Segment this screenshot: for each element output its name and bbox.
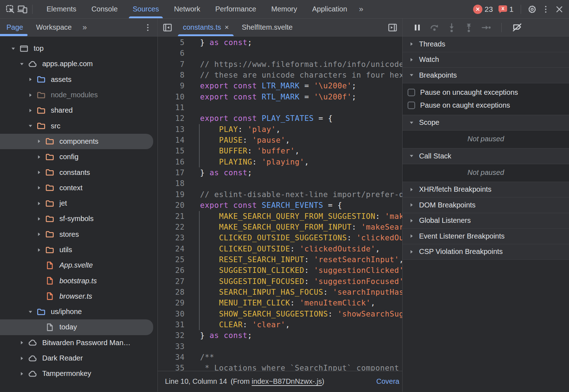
section-header-scope[interactable]: Scope [403, 115, 569, 131]
pause-script-icon[interactable] [412, 22, 423, 33]
section-header-call-stack[interactable]: Call Stack [403, 148, 569, 164]
tree-item-today[interactable]: today [0, 319, 153, 335]
line-number[interactable]: 22 [158, 222, 191, 232]
line-number[interactable]: 31 [158, 319, 191, 330]
coverage-link[interactable]: Covera [376, 377, 399, 386]
line-number[interactable]: 24 [158, 244, 191, 254]
tree-item-bitwarden-password-man-[interactable]: Bitwarden Password Man… [0, 335, 153, 351]
tree-item-app-svelte[interactable]: App.svelte [0, 258, 153, 273]
line-number[interactable]: 32 [158, 330, 191, 341]
tree-item-sf-symbols[interactable]: sf-symbols [0, 211, 153, 226]
line-number[interactable]: 33 [158, 341, 191, 352]
step-out-icon[interactable] [463, 22, 474, 33]
section-header-breakpoints[interactable]: Breakpoints [403, 68, 569, 83]
error-count-badge[interactable]: 23 [471, 5, 495, 14]
line-number[interactable]: 11 [158, 102, 191, 113]
tab-memory[interactable]: Memory [264, 0, 305, 18]
navigator-tab-page[interactable]: Page [0, 19, 30, 36]
line-number[interactable]: 18 [158, 178, 191, 189]
line-number[interactable]: 35 [158, 363, 191, 371]
line-number[interactable]: 26 [158, 265, 191, 276]
editor-tab-constants.ts[interactable]: constants.ts× [176, 19, 235, 36]
line-number[interactable]: 16 [158, 157, 191, 167]
line-number[interactable]: 13 [158, 124, 191, 135]
tree-item-assets[interactable]: assets [0, 72, 153, 87]
tree-item-jet[interactable]: jet [0, 196, 153, 211]
inspect-icon[interactable] [4, 3, 16, 15]
section-header-csp-violation-breakpoints[interactable]: CSP Violation Breakpoints [403, 244, 569, 260]
line-number[interactable]: 15 [158, 146, 191, 156]
section-header-dom-breakpoints[interactable]: DOM Breakpoints [403, 197, 569, 213]
line-number[interactable]: 30 [158, 309, 191, 319]
checkbox-row[interactable]: Pause on uncaught exceptions [403, 83, 569, 99]
step-icon[interactable] [481, 22, 491, 33]
line-number[interactable]: 20 [158, 200, 191, 211]
line-number[interactable]: 6 [158, 48, 191, 59]
tree-item-apps-apple-com[interactable]: apps.apple.com [0, 56, 153, 72]
settings-gear-icon[interactable] [526, 3, 538, 15]
tab-console[interactable]: Console [84, 0, 125, 18]
line-number[interactable]: 8 [158, 70, 191, 80]
show-debugger-panel-icon[interactable] [386, 21, 399, 34]
close-tab-icon[interactable]: × [225, 23, 229, 31]
tab-elements[interactable]: Elements [39, 0, 84, 18]
tab-performance[interactable]: Performance [208, 0, 264, 18]
deactivate-breakpoints-icon[interactable] [512, 22, 522, 33]
tree-item-config[interactable]: config [0, 149, 153, 165]
tree-item-utils[interactable]: utils [0, 242, 153, 258]
tab-network[interactable]: Network [166, 0, 208, 18]
section-header-xhr-fetch-breakpoints[interactable]: XHR/fetch Breakpoints [403, 182, 569, 198]
navigator-tab-workspace[interactable]: Workspace [30, 19, 78, 36]
section-header-watch[interactable]: Watch [403, 52, 569, 68]
checkbox[interactable] [408, 102, 415, 109]
line-number[interactable]: 17 [158, 167, 191, 178]
line-number[interactable]: 34 [158, 352, 191, 363]
line-number[interactable]: 14 [158, 135, 191, 146]
tree-item-stores[interactable]: stores [0, 227, 153, 242]
checkbox-row[interactable]: Pause on caught exceptions [403, 99, 569, 115]
tree-item-components[interactable]: components [0, 134, 153, 149]
navigator-kebab-icon[interactable] [142, 21, 154, 34]
tree-item-context[interactable]: context [0, 180, 153, 196]
kebab-menu-icon[interactable] [540, 3, 552, 15]
line-number[interactable]: 5 [158, 37, 191, 48]
line-number[interactable]: 12 [158, 113, 191, 124]
tree-item-top[interactable]: top [0, 41, 153, 56]
line-number[interactable]: 29 [158, 298, 191, 308]
tree-item-shared[interactable]: shared [0, 103, 153, 118]
line-number[interactable]: 28 [158, 287, 191, 298]
line-number[interactable]: 27 [158, 276, 191, 287]
tree-item-bootstrap-ts[interactable]: bootstrap.ts [0, 273, 153, 288]
tab-application[interactable]: Application [305, 0, 355, 18]
step-over-icon[interactable] [429, 22, 440, 33]
code-editor[interactable]: 5} as const;67// https://www.fileformat.… [158, 36, 402, 371]
section-header-event-listener-breakpoints[interactable]: Event Listener Breakpoints [403, 229, 569, 244]
line-number[interactable]: 19 [158, 189, 191, 200]
tree-item-tampermonkey[interactable]: Tampermonkey [0, 366, 153, 381]
device-toolbar-icon[interactable] [16, 3, 29, 15]
checkbox[interactable] [408, 89, 415, 96]
line-number[interactable]: 7 [158, 59, 191, 70]
line-number[interactable]: 25 [158, 254, 191, 265]
section-header-threads[interactable]: Threads [403, 36, 569, 52]
tab-sources[interactable]: Sources [125, 0, 166, 18]
close-icon[interactable] [553, 3, 565, 15]
tree-item-dark-reader[interactable]: Dark Reader [0, 351, 153, 366]
issue-count-badge[interactable]: x 1 [496, 5, 516, 14]
step-into-icon[interactable] [446, 22, 457, 33]
section-header-global-listeners[interactable]: Global Listeners [403, 213, 569, 229]
collapse-navigator-icon[interactable] [161, 21, 174, 34]
tree-item-browser-ts[interactable]: browser.ts [0, 289, 153, 304]
tree-item-constants[interactable]: constants [0, 165, 153, 180]
sourcemap-file-link[interactable]: index~B87DnNzwx-.js [252, 377, 322, 385]
more-navigator-tabs-button[interactable]: » [78, 23, 90, 32]
more-panels-button[interactable]: » [355, 5, 367, 14]
line-number[interactable]: 23 [158, 232, 191, 243]
tree-item-us-iphone[interactable]: us/iphone [0, 304, 153, 319]
editor-tab-shelfitem.svelte[interactable]: ShelfItem.svelte [235, 19, 299, 36]
line-number[interactable]: 9 [158, 80, 191, 91]
tree-item-node-modules[interactable]: node_modules [0, 87, 153, 103]
line-number[interactable]: 21 [158, 211, 191, 222]
tree-item-src[interactable]: src [0, 118, 153, 133]
line-number[interactable]: 10 [158, 92, 191, 102]
